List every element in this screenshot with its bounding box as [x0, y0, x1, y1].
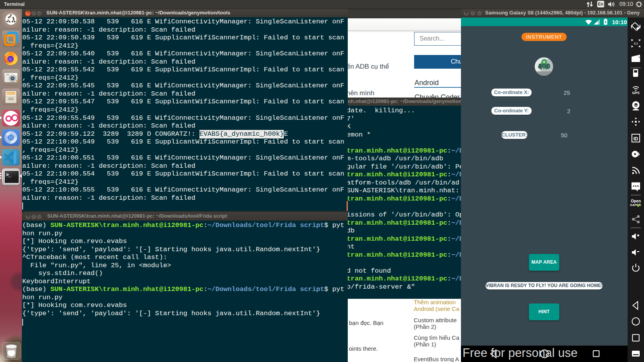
svg-text:ID: ID: [633, 136, 638, 142]
svg-text:GPS: GPS: [632, 91, 639, 95]
svg-text:Open: Open: [631, 199, 641, 203]
svg-text:1:1: 1:1: [634, 42, 638, 45]
